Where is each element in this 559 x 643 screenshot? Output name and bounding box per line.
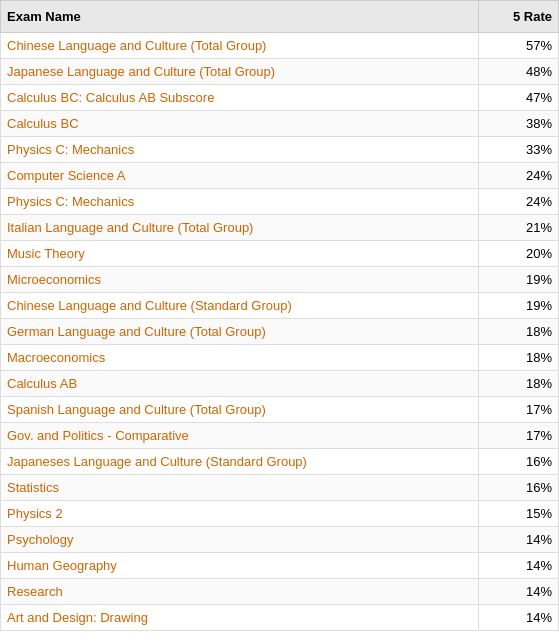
table-row: Spanish Language and Culture (Total Grou… xyxy=(1,397,559,423)
rate-cell: 14% xyxy=(479,605,559,631)
table-row: Physics 215% xyxy=(1,501,559,527)
exam-name-cell: Computer Science A xyxy=(1,163,479,189)
rate-cell: 17% xyxy=(479,397,559,423)
exam-name-cell: Physics 2 xyxy=(1,501,479,527)
exam-rate-table: Exam Name 5 Rate Chinese Language and Cu… xyxy=(0,0,559,631)
rate-cell: 48% xyxy=(479,59,559,85)
rate-cell: 57% xyxy=(479,33,559,59)
exam-name-cell: Microeconomics xyxy=(1,267,479,293)
rate-cell: 19% xyxy=(479,267,559,293)
table-row: Italian Language and Culture (Total Grou… xyxy=(1,215,559,241)
exam-name-cell: Human Geography xyxy=(1,553,479,579)
exam-name-cell: Japaneses Language and Culture (Standard… xyxy=(1,449,479,475)
exam-name-cell: Macroeconomics xyxy=(1,345,479,371)
rate-cell: 33% xyxy=(479,137,559,163)
rate-cell: 47% xyxy=(479,85,559,111)
table-row: Gov. and Politics - Comparative17% xyxy=(1,423,559,449)
rate-cell: 14% xyxy=(479,579,559,605)
exam-name-cell: Art and Design: Drawing xyxy=(1,605,479,631)
table-row: Microeconomics19% xyxy=(1,267,559,293)
table-row: Chinese Language and Culture (Standard G… xyxy=(1,293,559,319)
table-row: Human Geography14% xyxy=(1,553,559,579)
exam-name-cell: Chinese Language and Culture (Total Grou… xyxy=(1,33,479,59)
rate-cell: 18% xyxy=(479,345,559,371)
rate-cell: 38% xyxy=(479,111,559,137)
rate-cell: 19% xyxy=(479,293,559,319)
table-row: Research14% xyxy=(1,579,559,605)
exam-name-cell: Statistics xyxy=(1,475,479,501)
exam-name-cell: Research xyxy=(1,579,479,605)
table-row: Japaneses Language and Culture (Standard… xyxy=(1,449,559,475)
rate-cell: 14% xyxy=(479,553,559,579)
table-row: Calculus BC38% xyxy=(1,111,559,137)
exam-name-cell: Psychology xyxy=(1,527,479,553)
exam-name-cell: Spanish Language and Culture (Total Grou… xyxy=(1,397,479,423)
exam-name-cell: Physics C: Mechanics xyxy=(1,137,479,163)
rate-cell: 20% xyxy=(479,241,559,267)
rate-cell: 14% xyxy=(479,527,559,553)
exam-name-cell: Japanese Language and Culture (Total Gro… xyxy=(1,59,479,85)
rate-header: 5 Rate xyxy=(479,1,559,33)
exam-name-cell: Calculus AB xyxy=(1,371,479,397)
table-row: Physics C: Mechanics24% xyxy=(1,189,559,215)
exam-name-cell: Chinese Language and Culture (Standard G… xyxy=(1,293,479,319)
table-row: Physics C: Mechanics33% xyxy=(1,137,559,163)
rate-cell: 21% xyxy=(479,215,559,241)
rate-cell: 15% xyxy=(479,501,559,527)
table-row: Computer Science A24% xyxy=(1,163,559,189)
table-row: Psychology14% xyxy=(1,527,559,553)
rate-cell: 16% xyxy=(479,449,559,475)
table-row: Calculus AB18% xyxy=(1,371,559,397)
table-row: German Language and Culture (Total Group… xyxy=(1,319,559,345)
exam-name-cell: Calculus BC: Calculus AB Subscore xyxy=(1,85,479,111)
exam-name-cell: Physics C: Mechanics xyxy=(1,189,479,215)
rate-cell: 18% xyxy=(479,371,559,397)
exam-name-cell: Gov. and Politics - Comparative xyxy=(1,423,479,449)
table-row: Calculus BC: Calculus AB Subscore47% xyxy=(1,85,559,111)
table-row: Music Theory20% xyxy=(1,241,559,267)
exam-name-header: Exam Name xyxy=(1,1,479,33)
rate-cell: 18% xyxy=(479,319,559,345)
table-row: Macroeconomics18% xyxy=(1,345,559,371)
table-row: Art and Design: Drawing14% xyxy=(1,605,559,631)
rate-cell: 17% xyxy=(479,423,559,449)
exam-name-cell: German Language and Culture (Total Group… xyxy=(1,319,479,345)
table-row: Statistics16% xyxy=(1,475,559,501)
rate-cell: 24% xyxy=(479,163,559,189)
exam-name-cell: Italian Language and Culture (Total Grou… xyxy=(1,215,479,241)
rate-cell: 24% xyxy=(479,189,559,215)
rate-cell: 16% xyxy=(479,475,559,501)
table-row: Chinese Language and Culture (Total Grou… xyxy=(1,33,559,59)
exam-name-cell: Music Theory xyxy=(1,241,479,267)
exam-name-cell: Calculus BC xyxy=(1,111,479,137)
table-row: Japanese Language and Culture (Total Gro… xyxy=(1,59,559,85)
